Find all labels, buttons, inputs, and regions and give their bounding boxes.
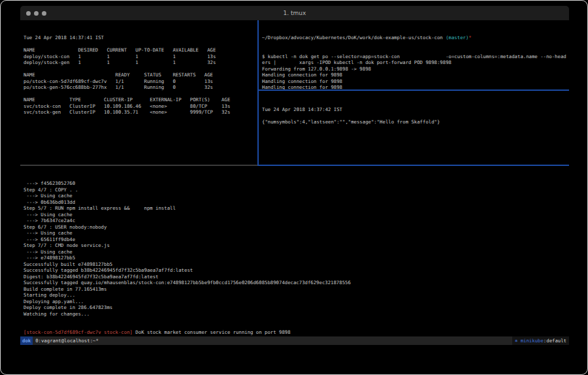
kube-status: ⎈ minikube:default <box>512 336 569 345</box>
tmux-content: Tue 24 Apr 2018 14:37:41 IST NAME DESIRE… <box>20 20 569 335</box>
pane-curl-response[interactable]: Tue 24 Apr 2018 14:37:42 IST {"numsymbol… <box>259 91 569 166</box>
git-branch-label: (master) <box>446 35 468 41</box>
pane-skaffold-build-log[interactable]: ---> f45623052760 Step 4/7 : COPY . . --… <box>20 166 569 335</box>
terminal-window: 1. tmux Tue 24 Apr 2018 14:37:41 IST NAM… <box>20 6 569 348</box>
pane-port-forward[interactable]: ~/Dropbox/advocacy/Kubernetes/DoK/work/d… <box>259 20 569 90</box>
tmux-status-bar: dok 0:vagrant@localhost:~* ⎈ minikube:de… <box>20 336 569 345</box>
pane-kubectl-overview[interactable]: Tue 24 Apr 2018 14:37:41 IST NAME DESIRE… <box>20 20 257 165</box>
window-title: 1. tmux <box>20 6 569 20</box>
kubectl-overview-output: Tue 24 Apr 2018 14:37:41 IST NAME DESIRE… <box>24 35 254 116</box>
curl-response-output: Tue 24 Apr 2018 14:37:42 IST {"numsymbol… <box>262 106 566 125</box>
git-dirty-flag: * <box>468 35 471 41</box>
session-name-badge[interactable]: dok <box>20 336 33 345</box>
active-window-label[interactable]: 0:vagrant@localhost:~* <box>33 336 101 345</box>
log-line-prefix: [stock-con-5d7df689cf-dwc7v stock-con] <box>24 329 133 335</box>
log-line: [stock-con-5d7df689cf-dwc7v stock-con] D… <box>24 329 566 335</box>
cwd-path: ~/Dropbox/advocacy/Kubernetes/DoK/work/d… <box>262 35 446 41</box>
kube-context-label: minikube <box>517 338 544 344</box>
screen-frame: 1. tmux Tue 24 Apr 2018 14:37:41 IST NAM… <box>0 0 588 375</box>
kube-namespace-label: :default <box>544 338 566 344</box>
prompt-path-line: ~/Dropbox/advocacy/Kubernetes/DoK/work/d… <box>262 35 566 41</box>
app-log-lines: [stock-con-5d7df689cf-dwc7v stock-con] D… <box>24 329 566 335</box>
status-bar-spacer <box>101 336 512 345</box>
port-forward-output: $ kubectl -n dok get po --selector=app=s… <box>262 54 566 90</box>
docker-build-output: ---> f45623052760 Step 4/7 : COPY . . --… <box>24 180 566 317</box>
titlebar[interactable]: 1. tmux <box>20 6 569 20</box>
